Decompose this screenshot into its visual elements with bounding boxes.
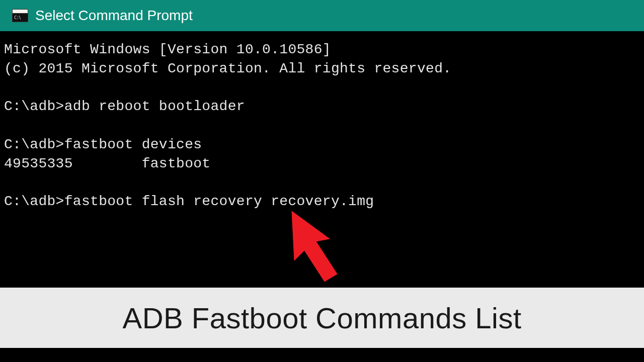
terminal-line: (c) 2015 Microsoft Corporation. All righ… <box>4 61 451 76</box>
terminal-line: C:\adb>fastboot flash recovery recovery.… <box>4 194 374 209</box>
titlebar[interactable]: C:\ Select Command Prompt <box>0 0 644 31</box>
terminal-line: Microsoft Windows [Version 10.0.10586] <box>4 42 331 57</box>
terminal-line: C:\adb>adb reboot bootloader <box>4 99 245 114</box>
command-prompt-window: C:\ Select Command Prompt Microsoft Wind… <box>0 0 644 362</box>
cmd-icon: C:\ <box>12 9 28 22</box>
terminal-output[interactable]: Microsoft Windows [Version 10.0.10586] (… <box>0 31 644 215</box>
caption-banner: ADB Fastboot Commands List <box>0 288 644 348</box>
caption-text: ADB Fastboot Commands List <box>122 301 521 335</box>
bottom-strip <box>0 348 644 362</box>
terminal-line: C:\adb>fastboot devices <box>4 137 202 152</box>
terminal-line: 49535335 fastboot <box>4 156 210 171</box>
window-title: Select Command Prompt <box>35 8 193 24</box>
